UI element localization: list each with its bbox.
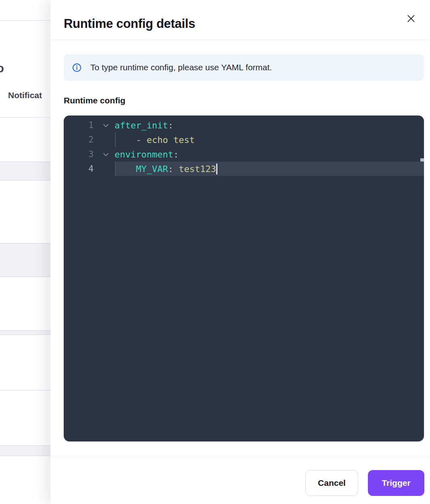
background-divider — [0, 20, 50, 21]
code-text: MY_VAR: test123 — [115, 164, 217, 174]
code-text: - echo test — [115, 135, 195, 145]
table-row-band — [0, 445, 50, 456]
editor-line-1[interactable]: 1after_init: — [64, 118, 424, 132]
background-divider — [0, 390, 50, 391]
code-text: environment: — [115, 149, 179, 160]
close-button[interactable] — [405, 13, 417, 24]
drawer-header: Runtime config details — [50, 0, 430, 40]
drawer-body: To type runtime config, please use YAML … — [50, 40, 430, 456]
x-icon — [406, 13, 416, 24]
runtime-config-label: Runtime config — [64, 96, 125, 105]
line-number: 1 — [64, 120, 94, 130]
text-cursor — [216, 164, 217, 174]
tab-notifications[interactable]: Notificat — [8, 90, 42, 100]
background-page: o Notificat — [0, 0, 50, 504]
line-number: 4 — [64, 164, 94, 174]
info-circle-icon — [72, 63, 81, 72]
drawer-footer: Cancel Trigger — [50, 456, 430, 504]
fold-chevron-icon[interactable] — [94, 122, 115, 129]
drawer-title: Runtime config details — [64, 17, 195, 31]
fold-chevron-icon[interactable] — [94, 151, 115, 158]
table-row-band — [0, 330, 50, 335]
yaml-editor-lines: 1after_init:2 - echo test3environment:4 … — [64, 118, 424, 176]
background-divider — [0, 117, 50, 118]
overview-ruler-cursor-marker — [420, 158, 424, 162]
line-number: 2 — [64, 135, 94, 145]
trigger-button[interactable]: Trigger — [368, 470, 424, 496]
background-partial-heading: o — [0, 62, 4, 75]
code-text: after_init: — [115, 120, 173, 130]
editor-line-3[interactable]: 3environment: — [64, 147, 424, 162]
runtime-config-drawer: Runtime config details To type runtime c… — [50, 0, 430, 504]
yaml-editor[interactable]: 1after_init:2 - echo test3environment:4 … — [64, 116, 424, 441]
line-number: 3 — [64, 149, 94, 159]
editor-line-2[interactable]: 2 - echo test — [64, 132, 424, 147]
cancel-button[interactable]: Cancel — [305, 470, 358, 496]
table-row-band — [0, 243, 50, 277]
editor-line-4[interactable]: 4 MY_VAR: test123 — [64, 162, 424, 176]
table-row-band — [0, 162, 50, 181]
info-banner-text: To type runtime config, please use YAML … — [90, 63, 272, 72]
info-banner: To type runtime config, please use YAML … — [64, 54, 424, 81]
